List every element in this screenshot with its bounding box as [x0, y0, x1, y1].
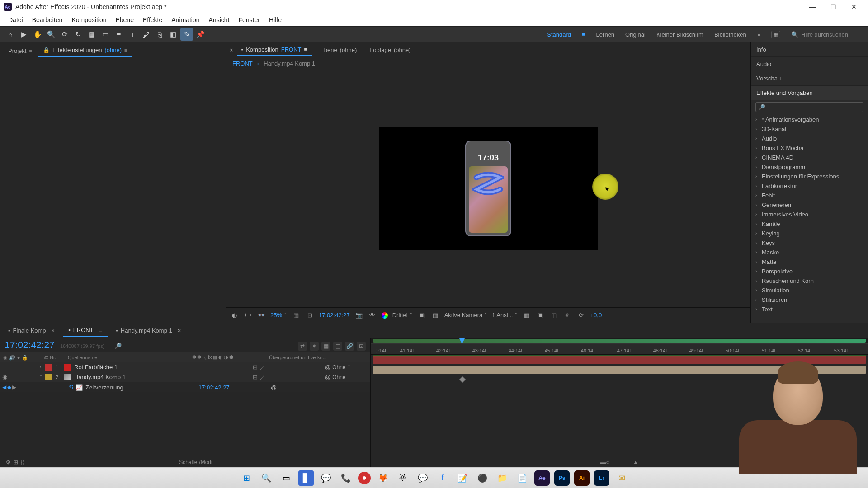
property-value[interactable]: 17:02:42:27	[198, 384, 271, 391]
tl-opt-icon[interactable]: ✶	[310, 342, 319, 351]
brush-tool-icon[interactable]: 🖌	[140, 28, 152, 41]
snapshot-icon[interactable]: 📷	[354, 311, 363, 320]
zoom-out-icon[interactable]: ▬	[600, 459, 606, 465]
lock-icon[interactable]: 🔒	[43, 47, 50, 53]
workspace-overflow-icon[interactable]: »	[757, 31, 760, 38]
menu-animation[interactable]: Animation	[167, 14, 204, 26]
tree-item[interactable]: ›Perspektive	[751, 267, 868, 276]
viewer-mask-icon[interactable]: 👓	[257, 311, 266, 320]
tl-opt-icon[interactable]: ◫	[333, 342, 342, 351]
orbit-tool-icon[interactable]: ⟳	[58, 28, 71, 41]
tl-opt-icon[interactable]: 🔗	[345, 342, 354, 351]
view-opt1-icon[interactable]: ▦	[522, 311, 531, 320]
timeline-tab-finale[interactable]: ▪Finale Komp×	[3, 324, 60, 337]
lr-taskbar-icon[interactable]: Lr	[594, 470, 609, 486]
menu-bearbeiten[interactable]: Bearbeiten	[28, 14, 67, 26]
show-snapshot-icon[interactable]: 👁	[368, 311, 377, 320]
view-opt3-icon[interactable]: ◫	[549, 311, 558, 320]
stopwatch-icon[interactable]: ⏱	[68, 384, 74, 391]
minimize-button[interactable]: —	[802, 0, 823, 14]
help-search[interactable]: 🔍	[791, 31, 864, 38]
eye-column-icon[interactable]: ◉	[2, 355, 9, 361]
tl-footer-icon[interactable]: ⊞	[14, 459, 18, 465]
workspace-grid-icon[interactable]: ▦	[771, 31, 780, 38]
tree-item[interactable]: ›Fehlt	[751, 191, 868, 200]
task-view-icon[interactable]: ▭	[278, 470, 294, 486]
label-swatch[interactable]	[45, 364, 52, 371]
composition-tab[interactable]: ▪ Komposition FRONT ≡	[237, 44, 312, 56]
tree-item[interactable]: ›Immersives Video	[751, 210, 868, 219]
tree-item[interactable]: ›Keying	[751, 229, 868, 238]
menu-datei[interactable]: Datei	[4, 14, 28, 26]
graph-icon[interactable]: 📈	[75, 384, 83, 391]
lock-column-icon[interactable]: 🔒	[22, 355, 28, 361]
app2-taskbar-icon[interactable]: ⛧	[395, 470, 410, 486]
tree-item[interactable]: ›Dienstprogramm	[751, 162, 868, 172]
quality-dropdown[interactable]: Drittel ˅	[392, 312, 413, 319]
effect-controls-menu-icon[interactable]: ≡	[124, 47, 127, 53]
property-row[interactable]: ◀◆▶ ⏱ 📈 Zeitverzerrung 17:02:42:27 @	[0, 382, 370, 392]
tree-item[interactable]: ›Einstellungen für Expressions	[751, 172, 868, 181]
notes-taskbar-icon[interactable]: 📝	[455, 470, 470, 486]
effects-search[interactable]: 🔎	[751, 100, 868, 114]
work-area-bar[interactable]	[373, 339, 866, 343]
comp-tab-menu-icon[interactable]: ≡	[304, 46, 308, 53]
close-tab-icon[interactable]: ×	[52, 327, 55, 334]
project-tab[interactable]: Projekt ≡	[4, 45, 37, 57]
close-comp-tab-icon[interactable]: ×	[230, 47, 233, 53]
menu-effekte[interactable]: Effekte	[138, 14, 167, 26]
parent-pick-icon[interactable]: @	[325, 374, 330, 380]
breadcrumb-handy[interactable]: Handy.mp4 Komp 1	[264, 60, 315, 67]
view-opt5-icon[interactable]: ⟳	[576, 311, 585, 320]
close-tab-icon[interactable]: ×	[178, 327, 181, 334]
view-opt2-icon[interactable]: ▣	[536, 311, 545, 320]
workspace-kleiner[interactable]: Kleiner Bildschirm	[656, 31, 703, 38]
maximize-button[interactable]: ☐	[823, 0, 844, 14]
close-button[interactable]: ✕	[844, 0, 864, 14]
puppet-tool-icon[interactable]: 📌	[194, 28, 207, 41]
tree-item[interactable]: ›Rauschen und Korn	[751, 276, 868, 286]
whatsapp-taskbar-icon[interactable]: 📞	[338, 470, 354, 486]
tree-item[interactable]: ›Audio	[751, 134, 868, 143]
tab-menu-icon[interactable]: ≡	[99, 327, 103, 333]
obs-taskbar-icon[interactable]: ⚫	[475, 470, 490, 486]
viewer-frame-icon[interactable]: ⊡	[305, 311, 314, 320]
folder-taskbar-icon[interactable]: 📁	[495, 470, 510, 486]
tree-item[interactable]: ›Farbkorrektur	[751, 181, 868, 191]
workspace-lernen[interactable]: Lernen	[596, 31, 614, 38]
footage-tab[interactable]: Footage (ohne)	[365, 45, 415, 55]
transparency-icon[interactable]: ▦	[431, 311, 440, 320]
ps-taskbar-icon[interactable]: Ps	[554, 470, 570, 486]
info-panel-tab[interactable]: Info	[751, 42, 868, 57]
text-tool-icon[interactable]: T	[126, 28, 139, 41]
viewer-timecode[interactable]: 17:02:42:27	[319, 312, 350, 319]
viewer-res-icon[interactable]: ▦	[292, 311, 301, 320]
effects-panel-menu-icon[interactable]: ≡	[859, 89, 863, 96]
rect-tool-icon[interactable]: ▭	[99, 28, 112, 41]
app-taskbar-icon[interactable]: ●	[358, 472, 371, 484]
tree-item[interactable]: ›Kanäle	[751, 219, 868, 229]
workspace-menu-icon[interactable]: ≡	[582, 31, 585, 38]
timeline-search-icon[interactable]: 🔎	[114, 343, 122, 349]
tl-opt-icon[interactable]: ⇄	[298, 342, 307, 351]
ae-taskbar-icon[interactable]: Ae	[534, 470, 550, 486]
expand-icon[interactable]: ˅	[36, 375, 45, 380]
facebook-taskbar-icon[interactable]: f	[435, 470, 450, 486]
keyframe-diamond-icon[interactable]	[459, 376, 466, 383]
tree-item[interactable]: ›Generieren	[751, 200, 868, 210]
tree-item[interactable]: ›* Animationsvorgaben	[751, 115, 868, 124]
timeline-tab-front[interactable]: ▪FRONT≡	[63, 324, 108, 337]
views-dropdown[interactable]: 1 Ansi... ˅	[492, 312, 518, 319]
parent-pick-icon[interactable]: @	[325, 364, 330, 371]
project-tab-menu-icon[interactable]: ≡	[29, 48, 32, 54]
tl-opt-icon[interactable]: ⊡	[357, 342, 366, 351]
start-menu-icon[interactable]: ⊞	[239, 470, 254, 486]
viewer-screen-icon[interactable]: 🖵	[243, 311, 252, 320]
menu-hilfe[interactable]: Hilfe	[264, 14, 286, 26]
menu-ebene[interactable]: Ebene	[111, 14, 138, 26]
preview-panel-tab[interactable]: Vorschau	[751, 71, 868, 86]
explorer-taskbar-icon[interactable]: ▋	[298, 470, 314, 486]
breadcrumb-front[interactable]: FRONT	[232, 60, 253, 67]
timeline-timecode[interactable]: 17:02:42:27	[5, 339, 55, 350]
exposure-value[interactable]: +0,0	[590, 312, 602, 319]
